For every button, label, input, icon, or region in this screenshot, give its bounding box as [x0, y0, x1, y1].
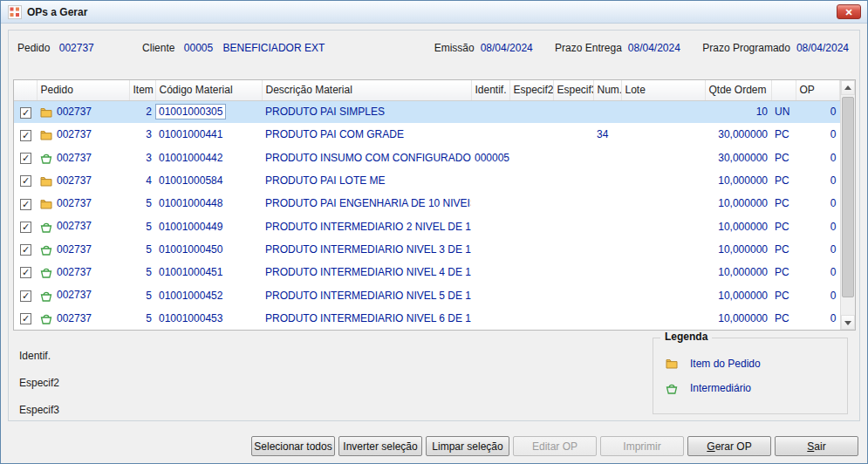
unidade-cell: PC — [771, 261, 796, 283]
num-cell — [593, 261, 621, 283]
especif3-cell — [553, 261, 593, 283]
pedido-value: 002737 — [59, 42, 94, 54]
op-cell: 0 — [796, 238, 840, 261]
lote-cell — [621, 307, 705, 330]
lote-cell — [621, 100, 705, 123]
inverter-selecao-button[interactable]: Inverter seleção — [338, 436, 422, 456]
column-header-descricao_material[interactable]: Descrição Material — [262, 80, 471, 100]
row-checkbox[interactable]: ✓ — [20, 222, 31, 233]
row-checkbox[interactable]: ✓ — [20, 267, 31, 278]
op-cell: 0 — [796, 123, 840, 146]
row-checkbox[interactable]: ✓ — [20, 290, 31, 302]
editar-op-button: Editar OP — [513, 436, 597, 456]
column-header-pedido[interactable]: Pedido — [37, 80, 129, 100]
descricao-material-cell: PRODUTO INTERMEDIARIO NIVEL 5 DE 10 — [262, 283, 471, 306]
pedido-label: Pedido — [17, 42, 50, 54]
scrollbar-thumb[interactable] — [842, 97, 854, 297]
especif2-cell — [509, 283, 553, 306]
sair-button[interactable]: Sair — [775, 436, 858, 456]
op-cell: 0 — [796, 100, 840, 123]
table-row[interactable]: ✓002737301001000442PRODUTO INSUMO COM CO… — [14, 147, 840, 169]
especif3-label: Especif3 — [19, 404, 59, 416]
num-cell — [593, 100, 621, 123]
table-row[interactable]: ✓002737501001000448PRODUTO PAI ENGENHARI… — [14, 192, 840, 215]
pedido-cell: 002737 — [57, 152, 92, 164]
especif2-cell — [509, 100, 553, 123]
especif2-cell — [509, 307, 553, 330]
table-body: ✓002737201001000305PRODUTO PAI SIMPLES10… — [14, 100, 840, 330]
scroll-down-icon[interactable] — [841, 315, 855, 330]
ops-a-gerar-window: OPs a Gerar ✕ Pedido 002737 Cliente 0000… — [0, 0, 868, 464]
column-header-num[interactable]: Num. — [593, 80, 621, 100]
identif-cell — [471, 169, 509, 192]
row-checkbox[interactable]: ✓ — [20, 153, 31, 164]
cart-icon — [40, 153, 52, 164]
descricao-material-cell: PRODUTO INTERMEDIARIO NIVEL 6 DE 10 — [262, 307, 471, 330]
legend-item: Item do Pedido — [666, 358, 847, 370]
table-row[interactable]: ✓002737501001000450PRODUTO INTERMEDIARIO… — [14, 238, 840, 261]
descricao-material-cell: PRODUTO PAI COM GRADE — [262, 123, 471, 146]
pedido-cell: 002737 — [57, 266, 92, 278]
identif-cell — [471, 283, 509, 306]
column-header-lote[interactable]: Lote — [621, 80, 705, 100]
cart-icon — [40, 267, 52, 278]
codigo-material-cell: 01001000451 — [155, 261, 262, 283]
column-header-unidade[interactable] — [771, 80, 796, 100]
cliente-name: BENEFICIADOR EXT — [223, 42, 325, 54]
row-checkbox[interactable]: ✓ — [20, 199, 31, 210]
prazo-programado-label: Prazo Programado — [702, 42, 790, 54]
op-cell: 0 — [796, 192, 840, 215]
row-checkbox[interactable]: ✓ — [20, 130, 31, 141]
qtde-ordem-cell: 10,000000 — [705, 215, 771, 237]
especif2-cell — [509, 238, 553, 261]
column-header-identif[interactable]: Identif. — [471, 80, 509, 100]
ops-table: PedidoItemCódigo MaterialDescrição Mater… — [14, 80, 840, 330]
identif-cell — [471, 307, 509, 330]
codigo-material-editor[interactable]: 01001000305 — [155, 104, 226, 119]
codigo-material-cell: 01001000452 — [155, 283, 262, 306]
pedido-cell: 002737 — [57, 197, 92, 209]
row-checkbox[interactable]: ✓ — [20, 107, 31, 119]
num-cell — [593, 192, 621, 215]
qtde-ordem-cell: 10,000000 — [705, 238, 771, 261]
scroll-up-icon[interactable] — [841, 80, 855, 95]
close-button[interactable]: ✕ — [837, 4, 861, 19]
qtde-ordem-cell: 10,000000 — [705, 261, 771, 283]
limpar-selecao-button[interactable]: Limpar seleção — [426, 436, 509, 456]
column-header-especif2[interactable]: Especif2 — [509, 80, 553, 100]
selecionar-todos-button[interactable]: Selecionar todos — [251, 436, 335, 456]
codigo-material-cell: 01001000442 — [155, 147, 262, 169]
item-cell: 4 — [129, 169, 155, 192]
gerar-op-button[interactable]: Gerar OP — [687, 436, 771, 456]
column-header-especif3[interactable]: Especif3 — [553, 80, 593, 100]
column-header-select[interactable] — [14, 80, 37, 100]
table-row[interactable]: ✓002737501001000453PRODUTO INTERMEDIARIO… — [14, 307, 840, 330]
qtde-ordem-cell: 30,000000 — [705, 147, 771, 169]
table-row[interactable]: ✓002737501001000451PRODUTO INTERMEDIARIO… — [14, 261, 840, 283]
column-header-codigo_material[interactable]: Código Material — [155, 80, 262, 100]
row-checkbox[interactable]: ✓ — [20, 244, 31, 256]
cart-icon — [666, 383, 678, 394]
row-checkbox[interactable]: ✓ — [20, 175, 31, 187]
table-row[interactable]: ✓002737501001000452PRODUTO INTERMEDIARIO… — [14, 283, 840, 306]
column-header-item[interactable]: Item — [129, 80, 155, 100]
column-header-op[interactable]: OP — [796, 80, 840, 100]
table-row[interactable]: ✓002737501001000449PRODUTO INTERMEDIARIO… — [14, 215, 840, 237]
table-row[interactable]: ✓002737401001000584PRODUTO PAI LOTE ME10… — [14, 169, 840, 192]
emissao-value: 08/04/2024 — [481, 42, 533, 54]
vertical-scrollbar[interactable] — [840, 80, 855, 330]
column-header-qtde_ordem[interactable]: Qtde Ordem — [705, 80, 771, 100]
title-bar[interactable]: OPs a Gerar ✕ — [1, 1, 867, 24]
pedido-cell: 002737 — [57, 220, 92, 232]
especif3-cell — [553, 307, 593, 330]
table-row[interactable]: ✓002737301001000441PRODUTO PAI COM GRADE… — [14, 123, 840, 146]
unidade-cell: PC — [771, 238, 796, 261]
codigo-material-cell: 01001000441 — [155, 123, 262, 146]
lote-cell — [621, 261, 705, 283]
row-checkbox[interactable]: ✓ — [20, 313, 31, 324]
lote-cell — [621, 283, 705, 306]
pedido-cell: 002737 — [57, 128, 92, 140]
table-row[interactable]: ✓002737201001000305PRODUTO PAI SIMPLES10… — [14, 100, 840, 123]
op-cell: 0 — [796, 215, 840, 237]
prazo-programado-value: 08/04/2024 — [796, 42, 849, 54]
